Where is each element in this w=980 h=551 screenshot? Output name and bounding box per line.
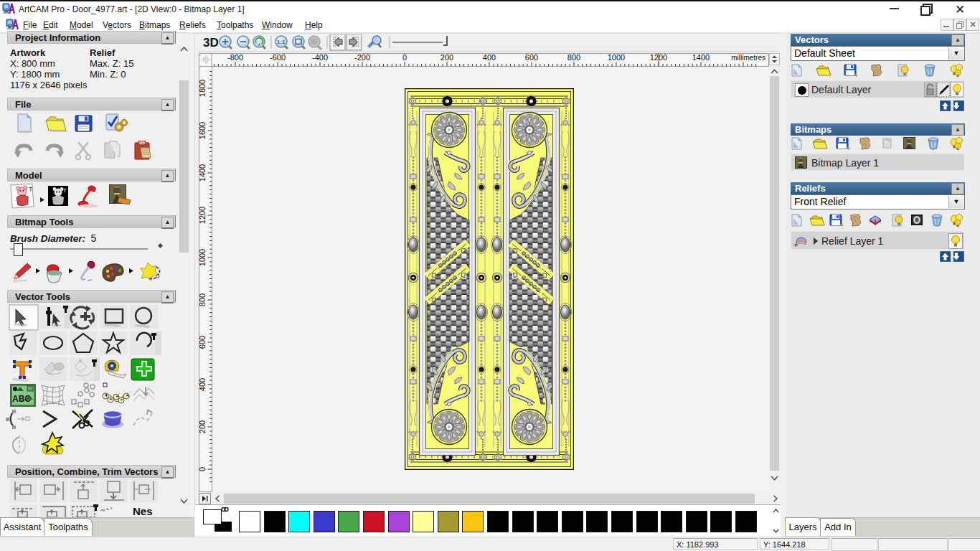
- svg-text:1:1: 1:1: [277, 39, 286, 45]
- svg-text:millimetres: millimetres: [731, 54, 765, 62]
- svg-text:200: 200: [199, 420, 207, 433]
- svg-text:-800: -800: [227, 53, 243, 62]
- svg-text:-400: -400: [312, 53, 328, 62]
- svg-text:°º * °: °º * °: [100, 506, 113, 514]
- svg-text:1200: 1200: [199, 207, 207, 224]
- svg-text:800: 800: [567, 53, 580, 62]
- svg-text:200: 200: [440, 53, 453, 62]
- svg-text:-600: -600: [270, 53, 286, 62]
- svg-text:1400: 1400: [692, 53, 710, 62]
- svg-text:0: 0: [402, 53, 407, 62]
- svg-text:1000: 1000: [608, 53, 625, 62]
- svg-text:1400: 1400: [199, 164, 207, 182]
- svg-text:600: 600: [525, 53, 538, 62]
- svg-text:T: T: [29, 186, 33, 193]
- svg-text:1000: 1000: [199, 249, 207, 266]
- svg-text:600: 600: [199, 336, 207, 349]
- svg-text:1600: 1600: [199, 122, 207, 139]
- svg-text:T: T: [63, 187, 67, 194]
- svg-text:400: 400: [483, 53, 496, 62]
- svg-text:400: 400: [199, 378, 207, 391]
- svg-text:Nes: Nes: [133, 505, 153, 517]
- svg-text:1800: 1800: [199, 80, 207, 97]
- svg-text:800: 800: [199, 293, 207, 306]
- svg-text:0: 0: [199, 467, 207, 471]
- svg-text:+: +: [793, 240, 798, 248]
- svg-text:-200: -200: [354, 53, 370, 62]
